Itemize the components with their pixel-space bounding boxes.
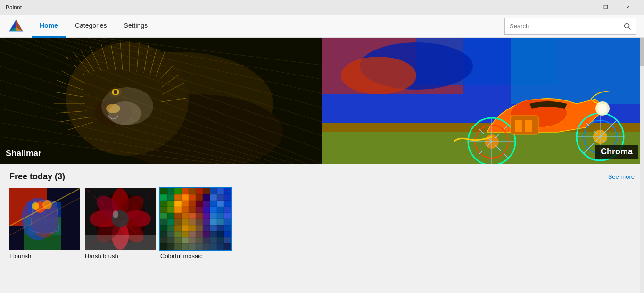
svg-rect-184 bbox=[182, 231, 189, 237]
svg-rect-158 bbox=[210, 213, 217, 219]
svg-rect-179 bbox=[217, 225, 224, 231]
svg-rect-204 bbox=[182, 243, 189, 250]
svg-rect-124 bbox=[182, 194, 189, 201]
svg-rect-177 bbox=[203, 225, 210, 231]
svg-point-4 bbox=[625, 23, 629, 28]
svg-rect-163 bbox=[174, 219, 182, 225]
svg-rect-190 bbox=[224, 231, 231, 237]
svg-rect-144 bbox=[182, 207, 189, 213]
svg-rect-137 bbox=[203, 201, 210, 207]
hero-left-label: Shalimar bbox=[6, 149, 41, 159]
svg-rect-111 bbox=[160, 188, 167, 194]
svg-rect-196 bbox=[196, 237, 203, 243]
svg-rect-155 bbox=[189, 213, 196, 219]
svg-rect-193 bbox=[174, 237, 182, 243]
see-more-link[interactable]: See more bbox=[608, 173, 635, 180]
svg-rect-205 bbox=[189, 243, 196, 250]
svg-rect-164 bbox=[182, 219, 189, 225]
svg-rect-203 bbox=[174, 243, 182, 250]
svg-rect-114 bbox=[182, 188, 189, 194]
svg-rect-120 bbox=[224, 188, 231, 194]
svg-rect-130 bbox=[224, 194, 231, 201]
maximize-button[interactable]: ❐ bbox=[595, 0, 617, 15]
svg-rect-185 bbox=[189, 231, 196, 237]
svg-rect-173 bbox=[174, 225, 182, 231]
title-bar-controls: — ❐ ✕ bbox=[573, 0, 638, 15]
list-item[interactable]: Harsh brush bbox=[85, 188, 156, 260]
scrollbar[interactable] bbox=[640, 38, 644, 293]
free-today-section: Free today (3) See more bbox=[0, 164, 644, 267]
app-logo bbox=[8, 18, 25, 35]
scrollbar-thumb[interactable] bbox=[640, 38, 644, 66]
svg-rect-201 bbox=[160, 243, 167, 250]
app-title-text: Painnt bbox=[6, 4, 22, 11]
svg-rect-169 bbox=[217, 219, 224, 225]
harsh-brush-label: Harsh brush bbox=[85, 252, 156, 260]
svg-rect-132 bbox=[167, 201, 174, 207]
svg-rect-146 bbox=[196, 207, 203, 213]
nav-bar: Home Categories Settings bbox=[0, 15, 644, 38]
svg-rect-197 bbox=[203, 237, 210, 243]
svg-rect-142 bbox=[167, 207, 174, 213]
svg-point-92 bbox=[32, 202, 39, 210]
nav-items: Home Categories Settings bbox=[32, 15, 504, 38]
svg-rect-151 bbox=[160, 213, 167, 219]
svg-rect-141 bbox=[160, 207, 167, 213]
thumbnails-list: Flourish bbox=[9, 188, 635, 260]
nav-item-settings[interactable]: Settings bbox=[116, 15, 156, 38]
hero-section: Shalimar bbox=[0, 38, 644, 164]
hero-left[interactable]: Shalimar bbox=[0, 38, 322, 164]
svg-rect-154 bbox=[182, 213, 189, 219]
search-input[interactable] bbox=[505, 23, 619, 30]
svg-rect-161 bbox=[160, 219, 167, 225]
list-item[interactable]: Flourish bbox=[9, 188, 80, 260]
svg-rect-134 bbox=[182, 201, 189, 207]
flourish-thumbnail[interactable] bbox=[9, 188, 80, 250]
svg-rect-206 bbox=[196, 243, 203, 250]
free-today-title: Free today (3) bbox=[9, 172, 65, 182]
svg-rect-149 bbox=[217, 207, 224, 213]
close-button[interactable]: ✕ bbox=[617, 0, 638, 15]
svg-rect-131 bbox=[160, 201, 167, 207]
svg-rect-116 bbox=[196, 188, 203, 194]
svg-rect-127 bbox=[203, 194, 210, 201]
svg-rect-152 bbox=[167, 213, 174, 219]
svg-rect-168 bbox=[210, 219, 217, 225]
svg-point-83 bbox=[598, 104, 607, 113]
search-button[interactable] bbox=[619, 18, 636, 34]
svg-rect-59 bbox=[511, 38, 644, 104]
svg-rect-139 bbox=[217, 201, 224, 207]
hero-right[interactable]: Chroma bbox=[322, 38, 644, 164]
minimize-button[interactable]: — bbox=[573, 0, 595, 15]
svg-rect-180 bbox=[224, 225, 231, 231]
svg-rect-183 bbox=[174, 231, 182, 237]
svg-rect-200 bbox=[224, 237, 231, 243]
title-bar: Painnt — ❐ ✕ bbox=[0, 0, 644, 15]
free-today-header: Free today (3) See more bbox=[9, 172, 635, 182]
svg-rect-129 bbox=[217, 194, 224, 201]
svg-rect-115 bbox=[189, 188, 196, 194]
search-bar bbox=[504, 18, 636, 35]
nav-item-categories[interactable]: Categories bbox=[67, 15, 115, 38]
harsh-brush-thumbnail[interactable] bbox=[85, 188, 156, 250]
svg-rect-138 bbox=[210, 201, 217, 207]
svg-rect-165 bbox=[189, 219, 196, 225]
list-item[interactable]: Colorful mosaic bbox=[160, 188, 231, 260]
svg-rect-209 bbox=[217, 243, 224, 250]
svg-rect-167 bbox=[203, 219, 210, 225]
svg-rect-140 bbox=[224, 201, 231, 207]
svg-rect-207 bbox=[203, 243, 210, 250]
svg-rect-135 bbox=[189, 201, 196, 207]
nav-item-home[interactable]: Home bbox=[32, 15, 66, 38]
svg-rect-194 bbox=[182, 237, 189, 243]
colorful-mosaic-thumbnail[interactable] bbox=[160, 188, 231, 250]
svg-rect-125 bbox=[189, 194, 196, 201]
svg-line-5 bbox=[629, 27, 631, 29]
svg-rect-202 bbox=[167, 243, 174, 250]
svg-rect-113 bbox=[174, 188, 182, 194]
svg-rect-148 bbox=[210, 207, 217, 213]
svg-rect-112 bbox=[167, 188, 174, 194]
svg-rect-121 bbox=[160, 194, 167, 201]
colorful-mosaic-label: Colorful mosaic bbox=[160, 252, 231, 260]
svg-rect-118 bbox=[210, 188, 217, 194]
